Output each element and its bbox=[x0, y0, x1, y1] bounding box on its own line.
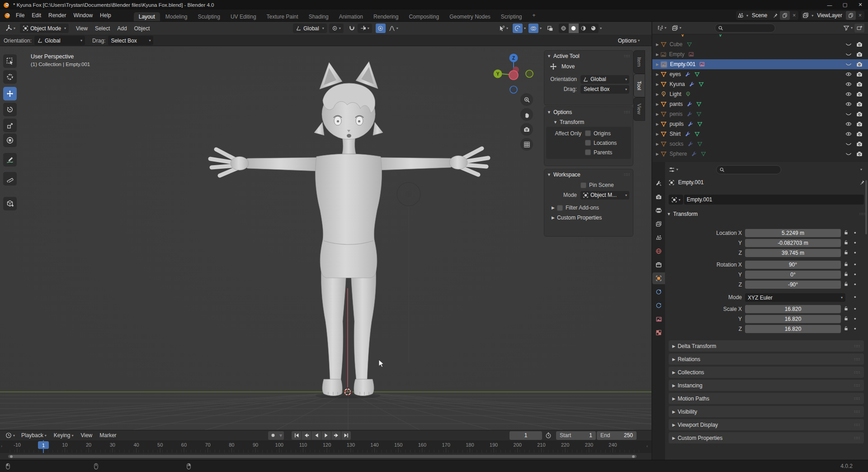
sidebar-tab-tool[interactable]: Tool bbox=[634, 74, 645, 97]
close-button[interactable]: ✕ bbox=[853, 0, 868, 10]
tab-geometry-nodes[interactable]: Geometry Nodes bbox=[444, 12, 495, 21]
tool-select-box[interactable] bbox=[3, 54, 17, 68]
ruler-tick-100[interactable]: 100 bbox=[275, 442, 283, 448]
animate-dot-icon[interactable]: • bbox=[854, 294, 856, 300]
camera-visibility-icon[interactable] bbox=[856, 71, 863, 77]
transform-value-2[interactable]: 39.745 m bbox=[745, 249, 841, 257]
checkbox-origins[interactable]: Origins bbox=[585, 130, 611, 137]
sidebar-tab-view[interactable]: View bbox=[634, 98, 645, 120]
ruler-tick--10[interactable]: -10 bbox=[14, 442, 21, 448]
tool-measure[interactable] bbox=[3, 172, 17, 186]
ruler-tick-120[interactable]: 120 bbox=[323, 442, 331, 448]
properties-tab-data[interactable] bbox=[652, 313, 665, 325]
workspace-panel-header[interactable]: ▼Workspace∷∷ bbox=[544, 169, 633, 180]
lock-open-icon[interactable] bbox=[844, 240, 849, 245]
ruler-tick-60[interactable]: 60 bbox=[181, 442, 187, 448]
nav-pan-hand-button[interactable] bbox=[520, 108, 533, 121]
lock-open-icon[interactable] bbox=[844, 272, 849, 277]
workspace-mode-dropdown[interactable]: Object M...▾ bbox=[580, 191, 629, 200]
outliner-row-empty.001[interactable]: ▶Empty.001 bbox=[652, 59, 868, 69]
breadcrumb-object-name[interactable]: Empty.001 bbox=[678, 179, 703, 186]
outliner-row-eyes[interactable]: ▶eyes bbox=[652, 69, 868, 79]
prev-keyframe-button[interactable] bbox=[302, 431, 311, 440]
properties-editor-type-button[interactable]: ▾ bbox=[666, 165, 681, 174]
tool-scale[interactable] bbox=[3, 119, 17, 132]
camera-visibility-icon[interactable] bbox=[856, 151, 863, 157]
outliner-row-light[interactable]: ▶Light bbox=[652, 89, 868, 99]
expand-icon[interactable]: ▶ bbox=[654, 52, 660, 57]
timeline-menu-marker[interactable]: Marker bbox=[96, 432, 120, 439]
outliner-row-pupils[interactable]: ▶pupils bbox=[652, 119, 868, 129]
tab-modeling[interactable]: Modeling bbox=[160, 12, 193, 21]
scrollbar-left-handle[interactable] bbox=[10, 455, 13, 458]
properties-tab-constraints[interactable] bbox=[652, 286, 665, 298]
expand-icon[interactable]: ▶ bbox=[654, 112, 660, 116]
ruler-tick-150[interactable]: 150 bbox=[394, 442, 402, 448]
expand-icon[interactable]: ▶ bbox=[654, 152, 660, 156]
section-motion-paths[interactable]: ▶Motion Paths∷∷ bbox=[669, 393, 864, 404]
sidebar-tab-item[interactable]: Item bbox=[634, 51, 645, 73]
xray-toggle[interactable] bbox=[545, 24, 555, 33]
snap-settings-dropdown[interactable]: ▾ bbox=[358, 24, 372, 33]
object-id-dropdown[interactable]: ▾ bbox=[669, 195, 683, 205]
outliner-row-socks[interactable]: ▶socks bbox=[652, 139, 868, 149]
object-name[interactable]: pupils bbox=[670, 121, 684, 127]
unlink-scene-icon[interactable]: × bbox=[790, 12, 798, 19]
transform-value-4[interactable]: 0° bbox=[745, 271, 841, 279]
outliner-row-empty[interactable]: ▶Empty bbox=[652, 49, 868, 59]
options-panel-header[interactable]: ▼Options∷∷ bbox=[544, 107, 633, 118]
ruler-tick-190[interactable]: 190 bbox=[490, 442, 498, 448]
expand-icon[interactable]: ▶ bbox=[654, 82, 660, 86]
object-name[interactable]: socks bbox=[670, 141, 684, 147]
editor-type-button[interactable]: ▾ bbox=[3, 24, 18, 33]
ruler-tick-180[interactable]: 180 bbox=[466, 442, 474, 448]
new-viewlayer-button[interactable] bbox=[846, 11, 856, 20]
section-collections[interactable]: ▶Collections∷∷ bbox=[669, 367, 864, 378]
timeline-expand-left-icon[interactable]: › bbox=[1, 444, 2, 448]
tool-transform[interactable] bbox=[3, 133, 17, 147]
timeline-collapse-right-icon[interactable]: ‹ bbox=[646, 444, 648, 448]
eye-closed-icon[interactable] bbox=[845, 151, 852, 157]
ruler-tick-80[interactable]: 80 bbox=[229, 442, 234, 448]
transform-value-1[interactable]: -0.082703 m bbox=[745, 239, 841, 247]
object-name[interactable]: penis bbox=[670, 111, 683, 117]
outliner-row-kyuna[interactable]: ▶Kyuna bbox=[652, 79, 868, 89]
camera-visibility-icon[interactable] bbox=[856, 61, 863, 67]
transform-value-5[interactable]: -90° bbox=[745, 281, 841, 289]
eye-closed-icon[interactable] bbox=[845, 51, 852, 57]
remove-viewlayer-icon[interactable]: × bbox=[856, 12, 864, 19]
transform-value-9[interactable]: 16.820 bbox=[745, 325, 841, 333]
outliner-row-cube[interactable]: ▶Cube bbox=[652, 39, 868, 49]
viewport-menu-add[interactable]: Add bbox=[113, 25, 130, 32]
ruler-tick-220[interactable]: 220 bbox=[561, 442, 569, 448]
stopwatch-icon[interactable] bbox=[545, 432, 552, 439]
eye-closed-icon[interactable] bbox=[845, 111, 852, 117]
expand-icon[interactable]: ▶ bbox=[654, 43, 660, 47]
viewport-menu-view[interactable]: View bbox=[72, 25, 91, 32]
properties-tab-tool[interactable] bbox=[652, 177, 665, 189]
ruler-tick-50[interactable]: 50 bbox=[157, 442, 163, 448]
section-instancing[interactable]: ▶Instancing∷∷ bbox=[669, 380, 864, 391]
properties-tab-render[interactable] bbox=[652, 191, 665, 203]
ruler-tick-200[interactable]: 200 bbox=[514, 442, 522, 448]
tab-layout[interactable]: Layout bbox=[134, 12, 160, 21]
filter-funnel-icon[interactable] bbox=[843, 25, 849, 31]
eye-open-icon[interactable] bbox=[845, 101, 852, 107]
transform-panel-header[interactable]: ▼Transform∷∷ bbox=[667, 211, 866, 217]
animate-dot-icon[interactable]: • bbox=[854, 229, 856, 236]
scene-selector[interactable]: ▾ Scene × bbox=[736, 11, 798, 20]
sidebar-orientation-dropdown[interactable]: Global▾ bbox=[580, 75, 629, 84]
shading-material-button[interactable] bbox=[579, 24, 589, 33]
tool-annotate[interactable] bbox=[3, 153, 17, 167]
lock-open-icon[interactable] bbox=[844, 262, 849, 267]
object-name-field[interactable]: Empty.001 bbox=[684, 195, 864, 205]
checkbox-parents[interactable]: Parents bbox=[585, 149, 612, 156]
checkbox-locations[interactable]: Locations bbox=[585, 140, 617, 146]
eye-open-icon[interactable] bbox=[845, 121, 852, 127]
add-workspace-button[interactable]: + bbox=[528, 11, 541, 20]
object-name[interactable]: Sphere bbox=[670, 151, 687, 157]
expand-icon[interactable]: ▶ bbox=[654, 72, 660, 76]
workspace-custom-properties-row[interactable]: ▶ Custom Properties bbox=[544, 213, 633, 223]
section-delta-transform[interactable]: ▶Delta Transform∷∷ bbox=[669, 340, 864, 352]
sidebar-drag-dropdown[interactable]: Select Box▾ bbox=[580, 85, 629, 94]
